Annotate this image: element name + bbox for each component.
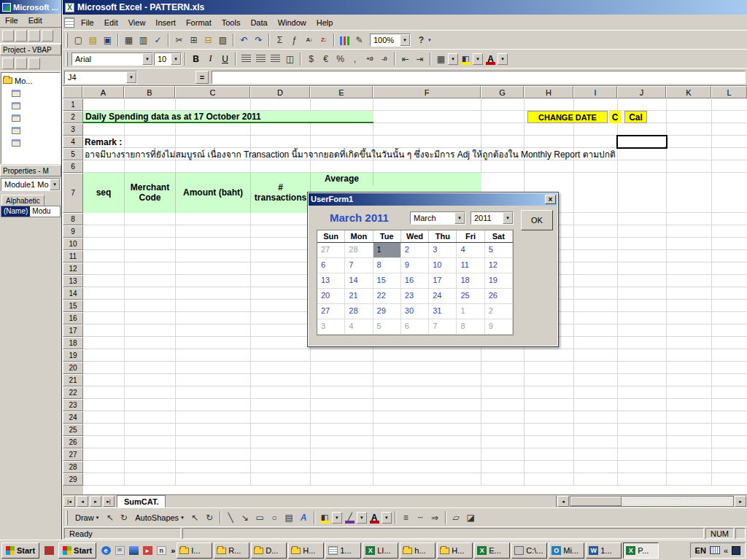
- calendar-day[interactable]: 16: [401, 273, 429, 289]
- keyboard-icon[interactable]: [710, 546, 720, 554]
- arrow-style-icon[interactable]: ⇒: [428, 511, 442, 524]
- task-button-area[interactable]: I...R...D...H...1...XLI...h...H...XE...C…: [177, 542, 688, 559]
- calendar[interactable]: SunMonTueWedThuFriSat 272812345678910111…: [317, 230, 514, 335]
- vba-module-item[interactable]: [3, 87, 58, 99]
- row-header-3[interactable]: 3: [63, 123, 83, 136]
- header-transactions[interactable]: # transactions: [251, 173, 311, 213]
- vba-module-item[interactable]: [3, 124, 58, 136]
- calendar-day[interactable]: 2: [485, 304, 513, 319]
- bold-icon[interactable]: B: [189, 52, 203, 66]
- row-header-29[interactable]: 29: [63, 473, 83, 486]
- cut-icon[interactable]: ✂: [172, 34, 186, 47]
- row-header-26[interactable]: 26: [63, 436, 83, 448]
- calendar-day[interactable]: 4: [457, 243, 484, 258]
- vba-object-dropdown[interactable]: Module1 Mo ▾: [1, 178, 61, 191]
- row-header-12[interactable]: 12: [63, 262, 83, 275]
- calendar-day[interactable]: 18: [457, 273, 484, 289]
- column-header-A[interactable]: A: [82, 86, 124, 98]
- calendar-day[interactable]: 1: [374, 243, 401, 258]
- currency-icon[interactable]: $: [304, 52, 318, 66]
- calendar-day[interactable]: 7: [429, 319, 457, 335]
- vba-module-item[interactable]: [3, 136, 58, 149]
- toolbar-handle[interactable]: [66, 33, 68, 47]
- taskbar-button[interactable]: H...: [437, 542, 473, 559]
- merge-center-icon[interactable]: ◫: [283, 52, 297, 66]
- italic-icon[interactable]: I: [204, 52, 217, 66]
- menu-insert[interactable]: Insert: [150, 16, 181, 29]
- calendar-day[interactable]: 5: [374, 319, 401, 335]
- cell-thai-note[interactable]: อาจมีบางรายการที่ยังไม่สมบูรณ์ เนื่องจาก…: [85, 148, 616, 160]
- calendar-day[interactable]: 28: [345, 243, 373, 258]
- header-merchant-code[interactable]: Merchant Code: [125, 173, 176, 213]
- toolbar-handle[interactable]: [66, 510, 68, 525]
- row-header-2[interactable]: 2: [63, 111, 83, 123]
- drawing-icon[interactable]: ✎: [352, 34, 366, 47]
- word-art-icon[interactable]: A: [297, 511, 311, 524]
- chevron-down-icon[interactable]: ▾: [126, 71, 136, 83]
- calendar-day[interactable]: 6: [317, 258, 345, 273]
- sheet-tab-bar[interactable]: |◂ ◂ ▸ ▸| SumCAT. ◂ ▸: [63, 494, 747, 508]
- align-left-icon[interactable]: [239, 52, 253, 66]
- column-header-F[interactable]: F: [373, 86, 481, 98]
- decrease-decimal-icon[interactable]: -.0: [377, 52, 391, 66]
- row-header-11[interactable]: 11: [63, 250, 83, 262]
- vba-properties-panel-header[interactable]: Properties - M: [0, 165, 61, 176]
- line-color-icon[interactable]: ╱: [343, 511, 357, 524]
- calendar-day[interactable]: 20: [317, 289, 345, 304]
- formula-bar[interactable]: J4 ▾ =: [63, 69, 747, 86]
- calendar-grid[interactable]: 2728123456789101112131415161718192021222…: [317, 243, 513, 335]
- view-code-icon[interactable]: [2, 58, 14, 69]
- taskbar-button[interactable]: D...: [251, 542, 287, 559]
- scrollbar-thumb[interactable]: [570, 497, 622, 506]
- autoshapes-menu-button[interactable]: AutoShapes ▾: [131, 510, 187, 525]
- arrow-icon[interactable]: ↘: [239, 511, 252, 524]
- property-value-cell[interactable]: Modu: [30, 206, 53, 217]
- vba-title-bar[interactable]: Microsoft ...: [0, 0, 61, 14]
- vba-project-tree[interactable]: Mo...: [1, 72, 61, 164]
- excel-title-bar[interactable]: Microsoft Excel - PATTERN.xls: [63, 0, 747, 15]
- calendar-day[interactable]: 15: [374, 273, 401, 289]
- row-header-7[interactable]: 7: [63, 173, 83, 213]
- row-header-14[interactable]: 14: [63, 287, 83, 300]
- calendar-day[interactable]: 31: [429, 304, 457, 319]
- column-headers[interactable]: ABCDEFGHIJKL: [82, 86, 747, 98]
- formula-input[interactable]: [212, 71, 746, 84]
- draw-menu-button[interactable]: Draw ▾: [71, 510, 103, 525]
- vba-toolbar-button-icon[interactable]: [15, 30, 27, 42]
- quick-launch-overflow-icon[interactable]: »: [171, 546, 175, 555]
- font-color-icon[interactable]: A: [368, 511, 382, 524]
- euro-icon[interactable]: €: [319, 52, 333, 66]
- calendar-day[interactable]: 3: [429, 243, 457, 258]
- tray-app-icon[interactable]: [732, 546, 740, 555]
- menu-help[interactable]: Help: [311, 16, 338, 29]
- first-sheet-icon[interactable]: |◂: [63, 496, 75, 507]
- cell-change-date[interactable]: CHANGE DATE: [527, 111, 608, 123]
- column-header-K[interactable]: K: [666, 86, 711, 98]
- row-header-15[interactable]: 15: [63, 300, 83, 312]
- taskbar-button[interactable]: XP...: [623, 542, 659, 559]
- vba-module-item[interactable]: [3, 99, 58, 112]
- taskbar-button[interactable]: XE...: [474, 542, 510, 559]
- quick-launch-left[interactable]: [41, 545, 57, 556]
- row-header-13[interactable]: 13: [63, 275, 83, 287]
- calendar-day[interactable]: 7: [345, 258, 373, 273]
- help-button[interactable]: ? ▾: [414, 34, 431, 47]
- font-color-dropdown[interactable]: A▾: [368, 511, 392, 524]
- row-headers[interactable]: 1234567891011121314151617181920212223242…: [63, 98, 83, 494]
- edit-formula-button[interactable]: =: [196, 71, 209, 84]
- vba-modules-folder[interactable]: Mo...: [3, 74, 58, 87]
- calendar-day[interactable]: 10: [429, 258, 457, 273]
- vba-module-item[interactable]: [3, 112, 58, 124]
- comma-icon[interactable]: ,: [348, 52, 362, 66]
- undo-icon[interactable]: ↶: [237, 34, 251, 47]
- menu-view[interactable]: View: [123, 16, 151, 29]
- calendar-day[interactable]: 28: [345, 304, 373, 319]
- userform-dialog[interactable]: UserForm1 × March 2011 March ▾ 2011 ▾: [307, 192, 559, 347]
- menu-tools[interactable]: Tools: [217, 16, 246, 29]
- font-size-combo[interactable]: 10 ▾: [154, 52, 182, 66]
- vba-project-panel-header[interactable]: Project - VBAP: [0, 44, 61, 55]
- cell-remark[interactable]: Remark :: [85, 136, 122, 148]
- redo-icon[interactable]: ↷: [252, 34, 266, 47]
- userform-title-bar[interactable]: UserForm1 ×: [308, 192, 558, 206]
- font-color-dropdown[interactable]: A▾: [484, 52, 508, 66]
